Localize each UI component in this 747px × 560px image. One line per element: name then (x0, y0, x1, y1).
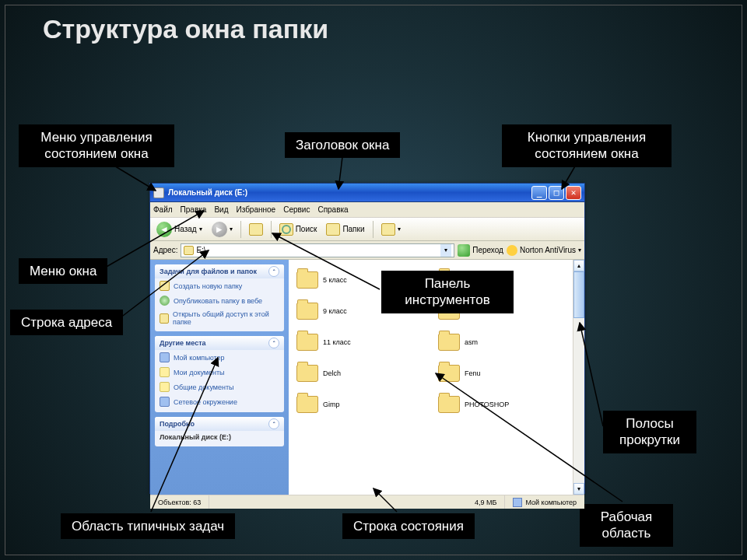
place-item[interactable]: Сетевое окружение (155, 394, 284, 409)
views-button[interactable]: ▾ (378, 222, 404, 237)
collapse-button[interactable]: ˆ (268, 418, 279, 429)
label-tasks: Область типичных задач (61, 513, 235, 539)
collapse-button[interactable]: ˆ (268, 338, 279, 348)
folder-icon (296, 303, 318, 320)
explorer-window: Локальный диск (E:) _ □ ✕ Файл Правка Ви… (149, 183, 585, 494)
chevron-down-icon: ▾ (578, 247, 581, 254)
collapse-button[interactable]: ˆ (268, 266, 279, 277)
search-button[interactable]: Поиск (276, 222, 321, 237)
folder-icon (438, 365, 460, 382)
folders-icon (326, 223, 340, 236)
panel-title: Подробно (160, 420, 195, 428)
tasks-pane: Задачи для файлов и папок ˆ Создать нову… (150, 260, 289, 495)
back-button[interactable]: ◄ Назад ▾ (153, 220, 205, 239)
computer-icon (513, 498, 522, 507)
folder-label: 5 класс (323, 276, 347, 284)
label-workarea: Рабочая область (580, 504, 673, 547)
minimize-button[interactable]: _ (531, 186, 547, 200)
other-places-panel: Другие места ˆ Мой компьютер Мои докумен… (155, 336, 284, 412)
folder-label: 11 класс (323, 338, 351, 346)
folder-label: 9 класс (323, 307, 347, 315)
search-icon (279, 223, 293, 236)
go-button[interactable]: Переход (458, 244, 503, 257)
globe-icon (160, 296, 170, 306)
status-objects: Объектов: 63 (150, 495, 209, 509)
scroll-down-button[interactable]: ▾ (573, 483, 584, 495)
folder-item[interactable]: 11 класс (296, 327, 438, 358)
label-address: Строка адреса (10, 310, 123, 335)
window-title: Локальный диск (E:) (168, 188, 247, 197)
folder-item[interactable]: Fenu (438, 358, 580, 389)
menu-tools[interactable]: Сервис (283, 205, 310, 214)
status-size: 4,9 МБ (467, 495, 505, 509)
share-icon (160, 313, 169, 324)
folder-label: asm (465, 338, 478, 346)
place-item[interactable]: Мои документы (155, 365, 284, 380)
label-toolbar: Панель инструментов (381, 271, 514, 313)
label-status: Строка состояния (342, 513, 475, 539)
maximize-button[interactable]: □ (549, 186, 564, 200)
chevron-down-icon: ▾ (398, 226, 401, 233)
up-button[interactable] (246, 222, 266, 237)
documents-icon (160, 367, 170, 377)
label-menu: Меню окна (19, 258, 107, 284)
folder-item[interactable]: PHOTOSHOP (438, 389, 580, 420)
details-line: Локальный диск (E:) (155, 431, 284, 443)
scroll-up-button[interactable]: ▴ (573, 260, 584, 271)
views-icon (381, 223, 395, 236)
folder-item[interactable]: asm (438, 327, 580, 358)
antivirus-button[interactable]: Norton AntiVirus ▾ (507, 245, 581, 256)
window-titlebar[interactable]: Локальный диск (E:) _ □ ✕ (150, 184, 584, 202)
task-item[interactable]: Создать новую папку (155, 278, 284, 293)
close-button[interactable]: ✕ (566, 186, 581, 200)
folders-button[interactable]: Папки (323, 222, 367, 237)
drive-icon (184, 246, 194, 255)
folder-icon (438, 396, 460, 413)
drive-icon (153, 187, 164, 198)
address-dropdown[interactable]: ▾ (440, 244, 451, 257)
folder-icon (160, 281, 170, 291)
label-winbtns: Кнопки управления состоянием окна (502, 124, 672, 167)
folder-icon (296, 271, 318, 289)
place-item[interactable]: Общие документы (155, 380, 284, 394)
folder-label: Fenu (465, 369, 481, 377)
network-icon (160, 397, 170, 407)
vertical-scrollbar[interactable]: ▴ ▾ (573, 260, 584, 495)
computer-icon (160, 352, 170, 362)
address-field[interactable]: E:\ ▾ (181, 243, 454, 257)
folder-item[interactable]: Delch (296, 358, 438, 389)
task-item[interactable]: Опубликовать папку в вебе (155, 293, 284, 308)
menu-file[interactable]: Файл (153, 205, 173, 214)
address-value: E:\ (196, 246, 205, 254)
label-titlebar: Заголовок окна (285, 132, 400, 158)
label-scroll: Полосы прокрутки (603, 411, 696, 453)
place-item[interactable]: Мой компьютер (155, 350, 284, 365)
up-icon (249, 223, 263, 236)
go-icon (458, 244, 470, 257)
label-sysmenu: Меню управления состоянием окна (19, 124, 174, 167)
address-label: Адрес: (153, 246, 177, 254)
folder-icon (438, 334, 460, 351)
address-bar: Адрес: E:\ ▾ Переход Norton AntiVirus ▾ (150, 241, 584, 260)
shared-docs-icon (160, 382, 170, 392)
chevron-down-icon: ▾ (199, 226, 202, 233)
menu-bar: Файл Правка Вид Избранное Сервис Справка (150, 202, 584, 218)
toolbar: ◄ Назад ▾ ► ▾ Поиск Папки ▾ (150, 218, 584, 241)
folder-label: PHOTOSHOP (465, 401, 509, 408)
task-item[interactable]: Открыть общий доступ к этой папке (155, 308, 284, 328)
slide-title: Структура окна папки (43, 14, 328, 44)
menu-view[interactable]: Вид (214, 205, 228, 214)
menu-help[interactable]: Справка (317, 205, 348, 214)
file-tasks-panel: Задачи для файлов и папок ˆ Создать нову… (155, 264, 284, 331)
forward-button[interactable]: ► ▾ (209, 220, 236, 239)
menu-fav[interactable]: Избранное (236, 205, 275, 214)
details-panel: Подробно ˆ Локальный диск (E:) (155, 417, 284, 446)
scroll-thumb[interactable] (573, 271, 584, 318)
folder-item[interactable]: Gimp (296, 389, 438, 420)
folder-label: Gimp (323, 401, 340, 408)
menu-edit[interactable]: Правка (181, 205, 207, 214)
folder-icon (296, 396, 318, 413)
status-location: Мой компьютер (505, 495, 584, 509)
antivirus-icon (507, 245, 517, 256)
status-bar: Объектов: 63 4,9 МБ Мой компьютер (150, 495, 584, 509)
